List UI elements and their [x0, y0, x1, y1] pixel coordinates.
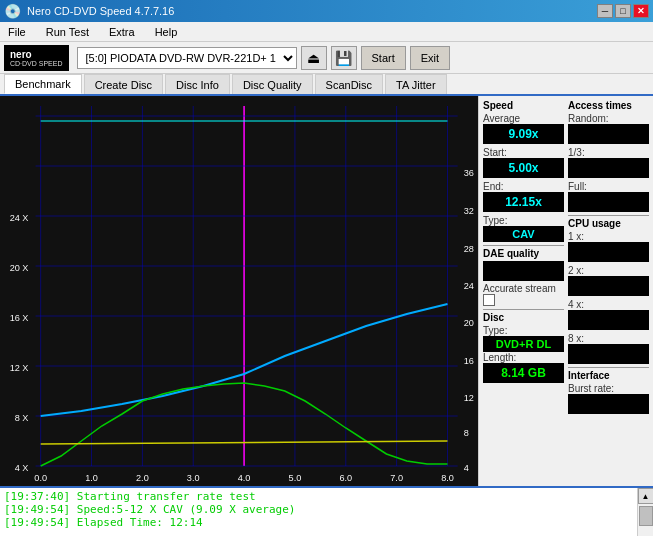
svg-text:16 X: 16 X: [10, 313, 29, 323]
minimize-button[interactable]: ─: [597, 4, 613, 18]
svg-text:16: 16: [464, 356, 474, 366]
access-title: Access times: [568, 100, 649, 111]
accurate-checkbox[interactable]: [483, 294, 495, 306]
main-content: 4 X 8 X 12 X 16 X 20 X 24 X 4 8 12 16 20…: [0, 96, 653, 486]
svg-text:20 X: 20 X: [10, 263, 29, 273]
cpu-eight-value: [568, 344, 649, 364]
svg-text:32: 32: [464, 206, 474, 216]
accurate-checkbox-row: [483, 294, 564, 306]
menu-extra[interactable]: Extra: [105, 25, 139, 39]
svg-text:28: 28: [464, 244, 474, 254]
titlebar: 💿 Nero CD-DVD Speed 4.7.7.16 ─ □ ✕: [0, 0, 653, 22]
tab-benchmark[interactable]: Benchmark: [4, 74, 82, 94]
log-entry-1: [19:37:40] Starting transfer rate test: [4, 490, 633, 503]
maximize-button[interactable]: □: [615, 4, 631, 18]
log-content: [19:37:40] Starting transfer rate test […: [0, 488, 637, 536]
svg-text:0.0: 0.0: [34, 473, 47, 483]
svg-text:20: 20: [464, 318, 474, 328]
chart-svg: 4 X 8 X 12 X 16 X 20 X 24 X 4 8 12 16 20…: [0, 96, 478, 486]
svg-text:5.0: 5.0: [289, 473, 302, 483]
disc-title: Disc: [483, 312, 564, 323]
svg-text:6.0: 6.0: [339, 473, 352, 483]
accurate-label: Accurate stream: [483, 283, 564, 294]
svg-text:8 X: 8 X: [15, 413, 29, 423]
start-button[interactable]: Start: [361, 46, 406, 70]
speed-column: Speed Average 9.09x Start: 5.00x End: 12…: [483, 100, 564, 417]
chart-area: 4 X 8 X 12 X 16 X 20 X 24 X 4 8 12 16 20…: [0, 96, 478, 486]
svg-rect-0: [0, 96, 478, 486]
start-label: Start:: [483, 147, 564, 158]
log-entry-3: [19:49:54] Elapsed Time: 12:14: [4, 516, 633, 529]
drive-select[interactable]: [5:0] PIODATA DVD-RW DVR-221D+ 1.CZ: [77, 47, 297, 69]
log-entry-2: [19:49:54] Speed:5-12 X CAV (9.09 X aver…: [4, 503, 633, 516]
full-label: Full:: [568, 181, 649, 192]
svg-text:12: 12: [464, 393, 474, 403]
full-value: [568, 192, 649, 212]
cpu-four-value: [568, 310, 649, 330]
svg-text:8: 8: [464, 428, 469, 438]
app-title: Nero CD-DVD Speed 4.7.7.16: [27, 5, 174, 17]
disc-length-label: Length:: [483, 352, 564, 363]
menubar: File Run Test Extra Help: [0, 22, 653, 42]
scroll-thumb[interactable]: [639, 506, 653, 526]
tabs: Benchmark Create Disc Disc Info Disc Qua…: [0, 74, 653, 96]
save-button[interactable]: 💾: [331, 46, 357, 70]
access-column: Access times Random: 1/3: Full: CPU usag…: [568, 100, 649, 417]
menu-file[interactable]: File: [4, 25, 30, 39]
third-value: [568, 158, 649, 178]
tab-scan-disc[interactable]: ScanDisc: [315, 74, 383, 94]
svg-text:7.0: 7.0: [390, 473, 403, 483]
svg-text:4 X: 4 X: [15, 463, 29, 473]
disc-length-value: 8.14 GB: [483, 363, 564, 383]
tab-ta-jitter[interactable]: TA Jitter: [385, 74, 447, 94]
cpu-one-label: 1 x:: [568, 231, 649, 242]
end-value: 12.15x: [483, 192, 564, 212]
exit-button[interactable]: Exit: [410, 46, 450, 70]
svg-text:36: 36: [464, 168, 474, 178]
svg-text:4: 4: [464, 463, 469, 473]
scroll-up-button[interactable]: ▲: [638, 488, 654, 504]
speed-title: Speed: [483, 100, 564, 111]
logo-sub: CD·DVD SPEED: [10, 60, 63, 67]
close-button[interactable]: ✕: [633, 4, 649, 18]
tab-disc-quality[interactable]: Disc Quality: [232, 74, 313, 94]
dae-value: [483, 261, 564, 281]
menu-help[interactable]: Help: [151, 25, 182, 39]
app-icon: 💿: [4, 3, 21, 19]
svg-text:1.0: 1.0: [85, 473, 98, 483]
type-label: Type:: [483, 215, 564, 226]
toolbar: nero CD·DVD SPEED [5:0] PIODATA DVD-RW D…: [0, 42, 653, 74]
log-scrollbar[interactable]: ▲ ▼: [637, 488, 653, 536]
scroll-track: [638, 504, 653, 536]
svg-text:24: 24: [464, 281, 474, 291]
cpu-two-value: [568, 276, 649, 296]
start-value: 5.00x: [483, 158, 564, 178]
burst-label: Burst rate:: [568, 383, 649, 394]
eject-button[interactable]: ⏏: [301, 46, 327, 70]
svg-text:12 X: 12 X: [10, 363, 29, 373]
svg-text:4.0: 4.0: [238, 473, 251, 483]
titlebar-left: 💿 Nero CD-DVD Speed 4.7.7.16: [4, 3, 174, 19]
end-label: End:: [483, 181, 564, 192]
svg-text:2.0: 2.0: [136, 473, 149, 483]
panel-columns: Speed Average 9.09x Start: 5.00x End: 12…: [483, 100, 649, 417]
logo: nero CD·DVD SPEED: [4, 45, 69, 71]
logo-text: nero: [10, 49, 63, 60]
random-value: [568, 124, 649, 144]
log-area: [19:37:40] Starting transfer rate test […: [0, 486, 653, 536]
average-value: 9.09x: [483, 124, 564, 144]
svg-text:8.0: 8.0: [441, 473, 454, 483]
tab-create-disc[interactable]: Create Disc: [84, 74, 163, 94]
interface-title: Interface: [568, 370, 649, 381]
cpu-title: CPU usage: [568, 218, 649, 229]
dae-title: DAE quality: [483, 248, 564, 259]
tab-disc-info[interactable]: Disc Info: [165, 74, 230, 94]
random-label: Random:: [568, 113, 649, 124]
average-label: Average: [483, 113, 564, 124]
svg-text:24 X: 24 X: [10, 213, 29, 223]
menu-run-test[interactable]: Run Test: [42, 25, 93, 39]
titlebar-controls[interactable]: ─ □ ✕: [597, 4, 649, 18]
cpu-one-value: [568, 242, 649, 262]
disc-type-value: DVD+R DL: [483, 336, 564, 352]
svg-text:3.0: 3.0: [187, 473, 200, 483]
